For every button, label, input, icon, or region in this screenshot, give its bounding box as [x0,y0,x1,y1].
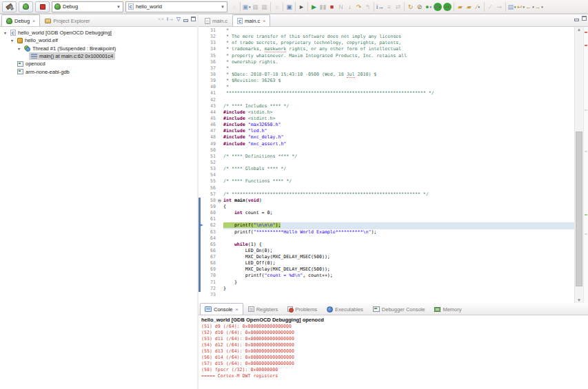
save-icon[interactable]: ▦ [251,1,260,12]
forward-icon[interactable]: →▾ [534,1,543,12]
breakpoint-margin[interactable] [199,229,205,235]
edit-icon[interactable]: ∕ [486,1,495,12]
breakpoint-margin[interactable] [199,166,205,172]
fold-margin[interactable] [217,172,223,178]
tab-main-c[interactable]: main.c× [232,14,270,26]
breakpoint-margin[interactable] [199,72,205,78]
collapse-icon[interactable] [218,199,221,202]
fold-margin[interactable] [217,97,223,103]
fold-margin[interactable] [217,260,223,266]
breakpoint-margin[interactable] [199,204,205,210]
fold-margin[interactable] [217,154,223,160]
maximize-icon[interactable] [191,17,196,21]
fold-margin[interactable] [217,242,223,248]
scroll-down-icon[interactable]: ▼ [575,298,583,302]
minimize-icon[interactable] [183,17,188,21]
pin-editor-icon[interactable]: ▤▾ [507,1,516,12]
breakpoint-margin[interactable] [199,191,205,198]
breakpoint-margin[interactable] [199,260,205,266]
breakpoint-margin[interactable] [199,40,205,46]
fold-margin[interactable] [217,59,223,65]
remove-all-terminated-icon[interactable]: ×× [158,16,164,22]
annotation-mark[interactable] [585,109,587,111]
breakpoint-margin[interactable] [199,235,205,242]
tree-item[interactable]: ▾hello_world.elf [0,36,197,44]
breakpoint-margin[interactable] [199,222,205,229]
annotation-mark[interactable] [585,151,587,152]
breakpoint-margin[interactable] [199,53,205,59]
tab-registers[interactable]: Registers [243,303,283,315]
instruction-stepping-icon[interactable]: i→ [376,1,385,12]
fold-margin[interactable] [217,198,223,204]
tab-debug[interactable]: Debug× [1,14,40,26]
scrollbar-thumb[interactable] [576,132,582,286]
tab-memory[interactable]: Memory [429,303,466,315]
annotation-mark[interactable] [585,45,587,46]
fold-margin[interactable] [217,166,223,172]
tree-item[interactable]: ▾Thread #1 (Suspended : Breakpoint) [0,45,197,52]
fold-margin[interactable] [217,286,223,292]
console-output[interactable]: (51) d9 (/64): 0x0000000000000000(52) d1… [199,324,588,379]
close-icon[interactable]: × [32,19,35,23]
fold-margin[interactable] [217,78,223,84]
breakpoint-margin[interactable] [199,178,205,185]
fold-margin[interactable] [217,273,223,279]
fold-margin[interactable] [217,280,223,286]
fold-margin[interactable] [217,53,223,59]
breakpoint-margin[interactable] [199,210,205,216]
tree-item[interactable]: main() at main.c:62 0x100001c4 [0,52,197,60]
external-tools-icon[interactable]: ▪▾ [443,3,452,11]
fold-margin[interactable] [217,134,223,140]
suspend-icon[interactable]: ▮▮ [318,1,327,12]
open-resource-icon[interactable]: ▰ [465,1,474,12]
step-over-icon[interactable]: ↷ [354,1,363,12]
fold-margin[interactable] [217,248,223,254]
fold-margin[interactable] [217,128,223,134]
breakpoint-margin[interactable] [199,28,205,34]
fold-margin[interactable] [217,216,223,222]
breakpoint-margin[interactable] [199,34,205,40]
breakpoint-margin[interactable] [199,141,205,147]
instruction-stepping-icon[interactable]: i→ [167,16,174,22]
maximize-icon[interactable] [582,16,587,21]
annotate-icon[interactable]: ∕▾ [474,1,483,12]
close-icon[interactable]: × [263,19,265,23]
breakpoint-margin[interactable] [199,65,205,72]
tree-expander-icon[interactable]: ▾ [9,38,15,43]
breakpoint-margin[interactable] [199,160,205,166]
fold-margin[interactable] [217,72,223,78]
terminate-icon[interactable]: ■ [327,1,336,12]
fold-margin[interactable] [217,191,223,198]
fold-margin[interactable] [217,109,223,116]
fold-margin[interactable] [217,46,223,52]
annotation-mark[interactable] [585,214,587,215]
build-all-icon[interactable]: ☼ [272,1,281,12]
tab-console[interactable]: Console× [200,303,243,315]
breakpoint-margin[interactable] [199,273,205,279]
breakpoint-margin[interactable] [199,286,205,292]
debug-history-icon[interactable]: ●▾ [424,1,433,12]
save-all-icon[interactable]: ▦ [260,1,269,12]
fold-margin[interactable] [217,222,223,229]
annotation-mark[interactable] [585,233,587,235]
view-menu-icon[interactable]: ▽ [176,16,181,22]
resume-icon[interactable]: ▶ [310,1,318,12]
breakpoint-margin[interactable] [199,84,205,90]
back-icon[interactable]: ←▾ [525,1,534,12]
step-into-icon[interactable]: ↓ [345,1,354,12]
launch-configuration-gear-icon[interactable]: ☼ [230,1,239,12]
fold-margin[interactable] [217,235,223,242]
breakpoint-margin[interactable] [199,216,205,222]
fold-margin[interactable] [217,122,223,128]
restart-icon[interactable]: ↻ [406,1,415,12]
fold-margin[interactable] [217,204,223,210]
fold-margin[interactable] [217,103,223,109]
disconnect-icon[interactable]: N [336,1,345,12]
fold-margin[interactable] [217,141,223,147]
fold-margin[interactable] [217,84,223,90]
breakpoint-margin[interactable] [199,122,205,128]
breakpoint-margin[interactable] [199,147,205,154]
debug-tree[interactable]: ▾hello_world [GDB OpenOCD Debugging]▾hel… [0,27,197,76]
fold-margin[interactable] [217,178,223,185]
launch-config-combo[interactable]: hello_world ▼ [125,1,227,12]
